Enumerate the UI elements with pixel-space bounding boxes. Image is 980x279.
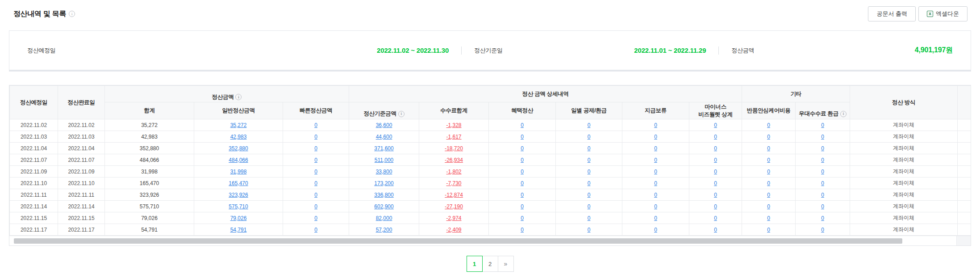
official-document-print-button[interactable]: 공문서 출력: [868, 6, 916, 21]
return-care-cost-link[interactable]: 0: [767, 169, 770, 175]
return-care-cost-link[interactable]: 0: [767, 227, 770, 233]
fee-refund-link[interactable]: 0: [821, 145, 824, 152]
quick-amount-link[interactable]: 0: [314, 145, 317, 152]
daily-deduction-link[interactable]: 0: [588, 180, 591, 186]
minus-bizwallet-link[interactable]: 0: [714, 169, 717, 175]
fee-total-link[interactable]: -12,874: [445, 192, 463, 198]
normal-amount-link[interactable]: 79,026: [230, 215, 247, 221]
daily-deduction-link[interactable]: 0: [588, 203, 591, 210]
fee-total-link[interactable]: -27,190: [445, 203, 463, 210]
return-care-cost-link[interactable]: 0: [767, 134, 770, 140]
minus-bizwallet-link[interactable]: 0: [714, 192, 717, 198]
page-button-2[interactable]: 2: [482, 256, 498, 272]
next-page-button[interactable]: »: [498, 256, 514, 272]
hold-link[interactable]: 0: [654, 203, 657, 210]
base-amount-link[interactable]: 336,800: [374, 192, 393, 198]
normal-amount-link[interactable]: 35,272: [230, 122, 247, 128]
benefit-link[interactable]: 0: [521, 122, 524, 128]
daily-deduction-link[interactable]: 0: [588, 134, 591, 140]
fee-refund-link[interactable]: 0: [821, 215, 824, 221]
fee-refund-link[interactable]: 0: [821, 227, 824, 233]
base-amount-link[interactable]: 36,600: [376, 122, 392, 128]
benefit-link[interactable]: 0: [521, 145, 524, 152]
base-amount-link[interactable]: 44,600: [376, 134, 392, 140]
benefit-link[interactable]: 0: [521, 157, 524, 163]
settlement-amount-info-icon[interactable]: [235, 94, 242, 100]
hold-link[interactable]: 0: [654, 192, 657, 198]
quick-amount-link[interactable]: 0: [314, 122, 317, 128]
minus-bizwallet-link[interactable]: 0: [714, 203, 717, 210]
return-care-cost-link[interactable]: 0: [767, 215, 770, 221]
hold-link[interactable]: 0: [654, 157, 657, 163]
fee-refund-link[interactable]: 0: [821, 203, 824, 210]
return-care-cost-link[interactable]: 0: [767, 180, 770, 186]
quick-amount-link[interactable]: 0: [314, 227, 317, 233]
normal-amount-link[interactable]: 323,926: [229, 192, 248, 198]
minus-bizwallet-link[interactable]: 0: [714, 227, 717, 233]
minus-bizwallet-link[interactable]: 0: [714, 157, 717, 163]
quick-amount-link[interactable]: 0: [314, 134, 317, 140]
hold-link[interactable]: 0: [654, 122, 657, 128]
minus-bizwallet-link[interactable]: 0: [714, 122, 717, 128]
normal-amount-link[interactable]: 352,880: [229, 145, 248, 152]
fee-total-link[interactable]: -1,802: [446, 169, 462, 175]
benefit-link[interactable]: 0: [521, 134, 524, 140]
fee-refund-info-icon[interactable]: [840, 111, 847, 117]
hold-link[interactable]: 0: [654, 180, 657, 186]
normal-amount-link[interactable]: 54,791: [230, 227, 247, 233]
minus-bizwallet-link[interactable]: 0: [714, 215, 717, 221]
return-care-cost-link[interactable]: 0: [767, 192, 770, 198]
hold-link[interactable]: 0: [654, 134, 657, 140]
fee-refund-link[interactable]: 0: [821, 180, 824, 186]
fee-total-link[interactable]: -1,617: [446, 134, 462, 140]
normal-amount-link[interactable]: 165,470: [229, 180, 248, 186]
hold-link[interactable]: 0: [654, 215, 657, 221]
daily-deduction-link[interactable]: 0: [588, 169, 591, 175]
base-amount-link[interactable]: 82,000: [376, 215, 392, 221]
fee-refund-link[interactable]: 0: [821, 122, 824, 128]
base-amount-info-icon[interactable]: [398, 111, 405, 117]
return-care-cost-link[interactable]: 0: [767, 203, 770, 210]
hold-link[interactable]: 0: [654, 145, 657, 152]
base-amount-link[interactable]: 511,000: [375, 157, 394, 163]
hold-link[interactable]: 0: [654, 227, 657, 233]
benefit-link[interactable]: 0: [521, 203, 524, 210]
normal-amount-link[interactable]: 575,710: [229, 203, 248, 210]
page-button-1[interactable]: 1: [467, 256, 483, 272]
benefit-link[interactable]: 0: [521, 192, 524, 198]
quick-amount-link[interactable]: 0: [314, 203, 317, 210]
base-amount-link[interactable]: 371,600: [374, 145, 393, 152]
minus-bizwallet-link[interactable]: 0: [714, 180, 717, 186]
quick-amount-link[interactable]: 0: [314, 215, 317, 221]
quick-amount-link[interactable]: 0: [314, 180, 317, 186]
return-care-cost-link[interactable]: 0: [767, 122, 770, 128]
daily-deduction-link[interactable]: 0: [588, 145, 591, 152]
daily-deduction-link[interactable]: 0: [588, 227, 591, 233]
base-amount-link[interactable]: 602,900: [374, 203, 393, 210]
benefit-link[interactable]: 0: [521, 180, 524, 186]
daily-deduction-link[interactable]: 0: [588, 215, 591, 221]
fee-total-link[interactable]: -7,730: [446, 180, 462, 186]
daily-deduction-link[interactable]: 0: [588, 157, 591, 163]
fee-refund-link[interactable]: 0: [821, 169, 824, 175]
base-amount-link[interactable]: 57,200: [376, 227, 392, 233]
daily-deduction-link[interactable]: 0: [588, 122, 591, 128]
horizontal-scrollbar[interactable]: [9, 236, 971, 245]
base-amount-link[interactable]: 33,800: [376, 169, 392, 175]
excel-download-button[interactable]: 엑셀다운: [918, 6, 967, 21]
normal-amount-link[interactable]: 42,983: [230, 134, 247, 140]
return-care-cost-link[interactable]: 0: [767, 145, 770, 152]
fee-total-link[interactable]: -26,934: [445, 157, 463, 163]
minus-bizwallet-link[interactable]: 0: [714, 134, 717, 140]
fee-total-link[interactable]: -2,974: [446, 215, 462, 221]
return-care-cost-link[interactable]: 0: [767, 157, 770, 163]
normal-amount-link[interactable]: 31,998: [230, 169, 247, 175]
quick-amount-link[interactable]: 0: [314, 169, 317, 175]
quick-amount-link[interactable]: 0: [314, 192, 317, 198]
fee-refund-link[interactable]: 0: [821, 157, 824, 163]
base-amount-link[interactable]: 173,200: [374, 180, 393, 186]
quick-amount-link[interactable]: 0: [314, 157, 317, 163]
benefit-link[interactable]: 0: [521, 227, 524, 233]
fee-refund-link[interactable]: 0: [821, 192, 824, 198]
title-info-icon[interactable]: [69, 11, 75, 17]
